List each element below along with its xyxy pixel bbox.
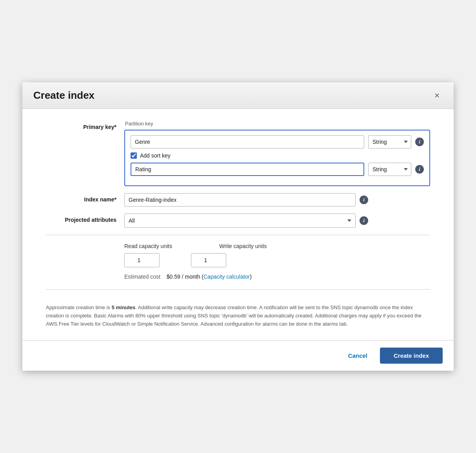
sort-key-input[interactable] — [131, 163, 364, 176]
read-capacity-input[interactable] — [124, 253, 160, 267]
add-sort-key-label[interactable]: Add sort key — [140, 152, 171, 159]
capacity-inputs-row — [46, 253, 430, 267]
cost-end: ) — [250, 274, 252, 280]
primary-key-group: String Number Binary i Add sort key — [124, 130, 430, 186]
dialog-header: Create index × — [22, 82, 454, 109]
partition-key-input-row: String Number Binary i — [131, 135, 424, 149]
partition-key-input[interactable] — [131, 135, 364, 149]
index-name-label: Index name* — [46, 193, 124, 203]
primary-key-controls: Partition key String Number Binary i — [124, 121, 430, 186]
estimated-cost-label: Estimated cost — [124, 274, 160, 280]
estimated-cost-row: Estimated cost $0.59 / month (Capacity c… — [46, 274, 430, 280]
estimated-cost-value: $0.59 / month (Capacity calculator) — [167, 274, 252, 280]
index-name-info-icon[interactable]: i — [360, 196, 368, 204]
sort-key-input-row: String Number Binary i — [131, 163, 424, 176]
capacity-calculator-link[interactable]: Capacity calculator — [203, 274, 250, 280]
partition-key-label: Partition key — [124, 121, 430, 127]
read-capacity-label: Read capacity units — [124, 243, 172, 249]
sort-key-info-icon[interactable]: i — [415, 165, 424, 174]
projected-attributes-select[interactable]: All Keys only Include — [124, 214, 356, 228]
partition-key-type-select[interactable]: String Number Binary — [368, 135, 411, 149]
index-name-row: Index name* i — [46, 193, 430, 207]
index-name-input-row: i — [124, 193, 430, 207]
close-button[interactable]: × — [431, 90, 443, 101]
projected-attributes-label: Projected attributes — [46, 214, 124, 223]
divider-1 — [46, 235, 430, 235]
partition-key-info-icon[interactable]: i — [415, 138, 424, 146]
dialog-body: Primary key* Partition key String Number… — [22, 109, 454, 340]
capacity-section: Read capacity units Write capacity units… — [46, 243, 430, 285]
projected-attributes-info-icon[interactable]: i — [360, 216, 368, 225]
projected-attributes-row: Projected attributes All Keys only Inclu… — [46, 214, 430, 228]
sort-key-type-select[interactable]: String Number Binary — [368, 163, 411, 176]
create-index-dialog: Create index × Primary key* Partition ke… — [22, 82, 454, 370]
index-name-controls: i — [124, 193, 430, 207]
dialog-footer: Cancel Create index — [22, 340, 454, 371]
primary-key-label: Primary key* — [46, 121, 124, 130]
capacity-title-row: Read capacity units Write capacity units — [46, 243, 430, 249]
projected-attributes-controls: All Keys only Include i — [124, 214, 430, 228]
cancel-button[interactable]: Cancel — [342, 349, 374, 362]
primary-key-row: Primary key* Partition key String Number… — [46, 121, 430, 186]
info-text-bold: 5 minutes — [112, 304, 136, 310]
dialog-title: Create index — [33, 89, 94, 101]
divider-2 — [46, 289, 430, 290]
add-sort-key-row: Add sort key — [131, 152, 424, 159]
add-sort-key-checkbox[interactable] — [131, 152, 137, 159]
cost-amount: $0.59 / month ( — [167, 274, 203, 280]
index-name-input[interactable] — [124, 193, 356, 207]
projected-select-row: All Keys only Include i — [124, 214, 430, 228]
create-index-button[interactable]: Create index — [380, 348, 443, 364]
info-text: Approximate creation time is 5 minutes. … — [46, 297, 430, 332]
info-text-prefix: Approximate creation time is — [46, 304, 112, 310]
write-capacity-input[interactable] — [191, 253, 226, 267]
write-capacity-label: Write capacity units — [219, 243, 267, 249]
